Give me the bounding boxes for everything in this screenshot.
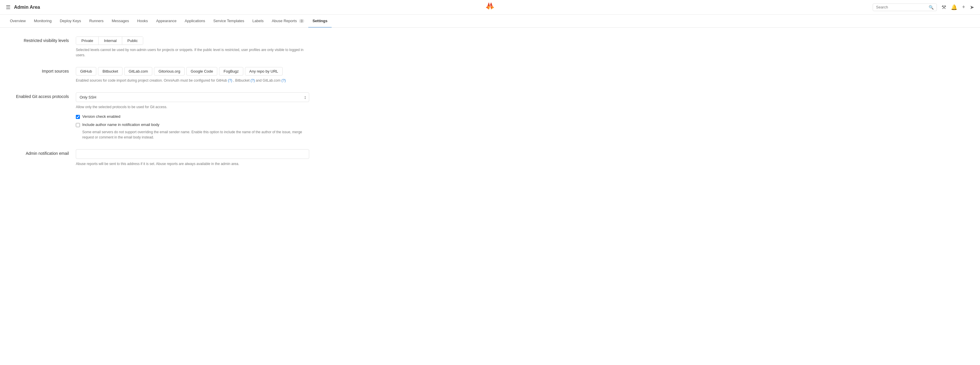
git-access-label: Enabled Git access protocols <box>12 92 76 99</box>
author-name-label[interactable]: Include author name in notification emai… <box>82 122 159 127</box>
gitlabcom-help-link[interactable]: (?) <box>282 78 286 83</box>
visibility-private-btn[interactable]: Private <box>76 37 99 44</box>
git-access-select[interactable]: Only SSH Only HTTP(S) Both SSH and HTTP(… <box>76 92 309 102</box>
nav-item-overview[interactable]: Overview <box>6 14 30 28</box>
search-input[interactable] <box>876 5 929 10</box>
import-sources-label: Import sources <box>12 67 76 73</box>
abuse-reports-badge: 0 <box>299 19 304 23</box>
git-access-select-wrapper: Only SSH Only HTTP(S) Both SSH and HTTP(… <box>76 92 309 102</box>
github-help-link[interactable]: (?) <box>228 78 232 83</box>
visibility-toggle-group: Private Internal Public <box>76 36 143 45</box>
restricted-visibility-content: Private Internal Public Selected levels … <box>76 36 309 58</box>
nav-item-runners[interactable]: Runners <box>85 14 108 28</box>
admin-area-title: Admin Area <box>14 5 40 10</box>
nav-item-applications[interactable]: Applications <box>181 14 209 28</box>
author-name-help: Some email servers do not support overri… <box>82 129 309 140</box>
header: ☰ Admin Area 🔍 ⚒ 🔔 + ➤ <box>0 0 980 14</box>
visibility-internal-btn[interactable]: Internal <box>99 37 122 44</box>
nav-item-hooks[interactable]: Hooks <box>133 14 152 28</box>
source-bitbucket[interactable]: Bitbucket <box>98 67 122 76</box>
source-fogbugz[interactable]: FogBugz <box>219 67 243 76</box>
header-actions: 🔍 ⚒ 🔔 + ➤ <box>873 3 974 11</box>
import-sources-row: Import sources GitHub Bitbucket GitLab.c… <box>12 67 309 83</box>
source-gitlabcom[interactable]: GitLab.com <box>124 67 152 76</box>
git-access-row: Enabled Git access protocols Only SSH On… <box>12 92 309 140</box>
git-access-help: Allow only the selected protocols to be … <box>76 105 309 110</box>
git-access-content: Only SSH Only HTTP(S) Both SSH and HTTP(… <box>76 92 309 140</box>
plus-icon[interactable]: + <box>962 4 965 10</box>
visibility-public-btn[interactable]: Public <box>122 37 143 44</box>
admin-email-help: Abuse reports will be sent to this addre… <box>76 161 309 167</box>
bell-icon[interactable]: 🔔 <box>951 4 957 11</box>
admin-email-row: Admin notification email Abuse reports w… <box>12 149 309 167</box>
import-source-group: GitHub Bitbucket GitLab.com Gitorious.or… <box>76 67 283 76</box>
source-gitorious[interactable]: Gitorious.org <box>154 67 185 76</box>
import-sources-help: Enabled sources for code import during p… <box>76 78 309 83</box>
nav-item-monitoring[interactable]: Monitoring <box>30 14 56 28</box>
author-name-row: Include author name in notification emai… <box>76 122 309 127</box>
admin-email-label: Admin notification email <box>12 149 76 156</box>
wrench-icon[interactable]: ⚒ <box>942 4 946 11</box>
restricted-visibility-row: Restricted visibility levels Private Int… <box>12 36 309 58</box>
search-icon: 🔍 <box>929 5 934 10</box>
nav-item-labels[interactable]: Labels <box>248 14 267 28</box>
restricted-visibility-label: Restricted visibility levels <box>12 36 76 43</box>
source-github[interactable]: GitHub <box>76 67 96 76</box>
admin-email-input[interactable] <box>76 149 309 159</box>
nav-item-abuse-reports[interactable]: Abuse Reports 0 <box>268 14 309 28</box>
menu-icon[interactable]: ☰ <box>6 4 11 11</box>
gitlab-logo <box>485 2 495 13</box>
nav-item-deploy-keys[interactable]: Deploy Keys <box>56 14 85 28</box>
source-googlecode[interactable]: Google Code <box>186 67 218 76</box>
import-sources-content: GitHub Bitbucket GitLab.com Gitorious.or… <box>76 67 309 83</box>
source-anyrepo[interactable]: Any repo by URL <box>245 67 283 76</box>
bitbucket-help-link[interactable]: (?) <box>251 78 255 83</box>
version-check-row: Version check enabled <box>76 114 309 119</box>
main-nav: Overview Monitoring Deploy Keys Runners … <box>0 14 980 28</box>
nav-item-service-templates[interactable]: Service Templates <box>209 14 248 28</box>
version-check-checkbox[interactable] <box>76 115 80 119</box>
search-box[interactable]: 🔍 <box>873 3 937 11</box>
version-check-label[interactable]: Version check enabled <box>82 114 121 119</box>
nav-item-messages[interactable]: Messages <box>108 14 133 28</box>
signout-icon[interactable]: ➤ <box>970 4 974 11</box>
nav-item-appearance[interactable]: Appearance <box>152 14 181 28</box>
author-name-checkbox[interactable] <box>76 123 80 127</box>
admin-email-content: Abuse reports will be sent to this addre… <box>76 149 309 167</box>
settings-content: Restricted visibility levels Private Int… <box>0 28 321 184</box>
restricted-visibility-help: Selected levels cannot be used by non-ad… <box>76 47 309 58</box>
nav-item-settings[interactable]: Settings <box>308 14 331 28</box>
